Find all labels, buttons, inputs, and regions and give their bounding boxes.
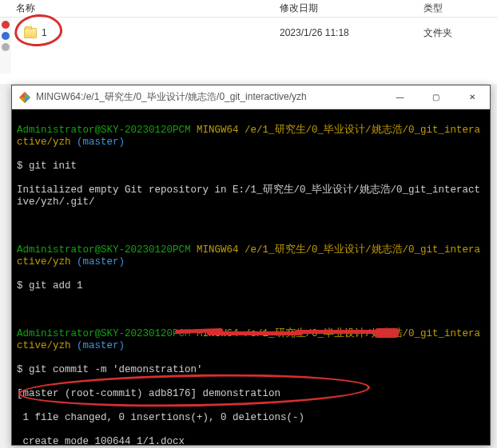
output-line: create mode 100644 1/1.docx (17, 436, 485, 448)
file-explorer: 名称 修改日期 类型 1 2023/1/26 11:18 文件夹 (0, 0, 497, 84)
maximize-button[interactable]: ▢ (418, 85, 454, 109)
svg-marker-2 (25, 97, 30, 103)
explorer-headers: 名称 修改日期 类型 (0, 0, 497, 18)
prompt-env: MINGW64 (197, 125, 239, 136)
pin-icon (2, 43, 10, 51)
svg-marker-1 (25, 92, 30, 97)
terminal-window: MINGW64:/e/1_研究生/0_毕业设计/姚志浩/0_git_intera… (11, 85, 491, 446)
header-date[interactable]: 修改日期 (280, 2, 423, 15)
output-line: 1 file changed, 0 insertions(+), 0 delet… (17, 412, 485, 424)
pin-icon (2, 32, 10, 40)
pin-icon (2, 21, 10, 29)
minimize-button[interactable]: — (382, 85, 418, 109)
folder-icon (24, 28, 37, 38)
gutter (0, 18, 11, 73)
cmd-line: $ git init (17, 161, 485, 172)
file-date: 2023/1/26 11:18 (280, 27, 423, 38)
terminal-body[interactable]: Administrator@SKY-20230120PCM MINGW64 /e… (12, 109, 490, 445)
titlebar[interactable]: MINGW64:/e/1_研究生/0_毕业设计/姚志浩/0_git_intera… (12, 85, 490, 109)
output-line: [master (root-commit) adb8176] demonstra… (17, 388, 485, 400)
window-controls: — ▢ ✕ (382, 85, 490, 109)
file-row[interactable]: 1 2023/1/26 11:18 文件夹 (0, 18, 497, 42)
output-line: Initialized empty Git repository in E:/1… (17, 184, 485, 208)
window-title: MINGW64:/e/1_研究生/0_毕业设计/姚志浩/0_git_intera… (36, 90, 382, 104)
file-name: 1 (42, 27, 47, 38)
svg-marker-3 (19, 97, 25, 103)
header-name[interactable]: 名称 (0, 2, 280, 15)
mingw-icon (18, 91, 31, 104)
cmd-line: $ git commit -m 'demonstration' (17, 364, 485, 376)
cmd-line: $ git add 1 (17, 280, 485, 292)
file-type: 文件夹 (423, 26, 497, 40)
header-type[interactable]: 类型 (423, 2, 497, 15)
prompt-branch: (master) (77, 137, 125, 148)
close-button[interactable]: ✕ (454, 85, 490, 109)
prompt-user: Administrator@SKY-20230120PCM (17, 125, 191, 136)
